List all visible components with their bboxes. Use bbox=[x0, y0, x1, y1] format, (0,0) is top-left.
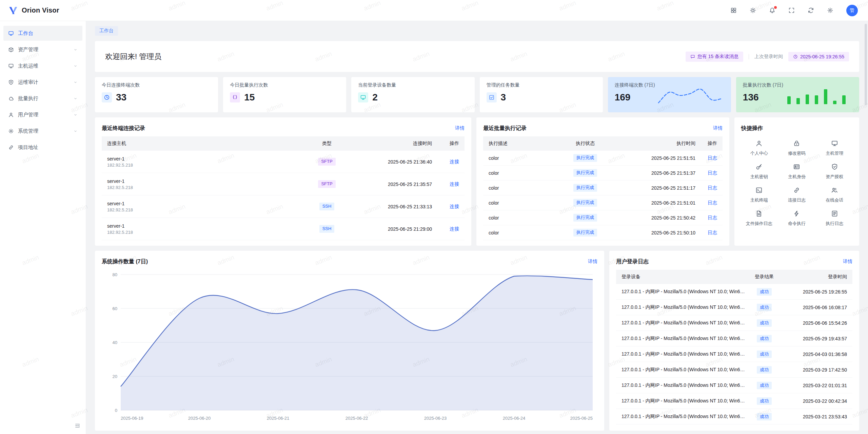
app-logo bbox=[8, 5, 18, 16]
sidebar-item-label: 批量执行 bbox=[18, 95, 38, 102]
reload-icon bbox=[808, 7, 814, 14]
svg-text:40: 40 bbox=[113, 340, 117, 345]
batch-row: color 执行完成 2025-06-25 21:51:01 日志 bbox=[483, 195, 723, 210]
quick-action-host-identity[interactable]: 主机身份 bbox=[779, 163, 814, 180]
login-time: 2025-06-06 15:54:26 bbox=[783, 320, 852, 326]
connect-link[interactable]: 连接 bbox=[450, 226, 459, 231]
sidebar-item-audit[interactable]: 运维审计 bbox=[3, 75, 82, 90]
quick-action-connect-log[interactable]: 连接日志 bbox=[779, 187, 814, 203]
fullscreen-icon[interactable] bbox=[788, 7, 795, 14]
column-header: 连接主机 bbox=[102, 140, 307, 147]
log-link[interactable]: 日志 bbox=[708, 185, 717, 190]
log-link[interactable]: 日志 bbox=[708, 215, 717, 220]
scrollbar-thumb[interactable] bbox=[865, 24, 867, 105]
recent-terminal-panel: 最近终端连接记录 详情 连接主机 类型 连接时间 操作 bbox=[95, 117, 471, 246]
quick-action-change-password[interactable]: 修改密码 bbox=[779, 140, 814, 156]
stat-value: 169 bbox=[615, 92, 631, 103]
quick-action-host-terminal[interactable]: 主机终端 bbox=[741, 187, 777, 203]
login-device: 127.0.0.1 - 内网IP - Mozilla/5.0 (Windows … bbox=[616, 289, 746, 295]
refresh-icon[interactable] bbox=[808, 7, 814, 14]
sidebar-item-workbench[interactable]: 工作台 bbox=[3, 26, 82, 41]
log-link[interactable]: 日志 bbox=[708, 155, 717, 161]
login-device: 127.0.0.1 - 内网IP - Mozilla/5.0 (Windows … bbox=[616, 382, 746, 389]
system-operations-area-chart: 0204060802025-06-192025-06-202025-06-212… bbox=[102, 270, 597, 423]
stat-title: 今日批量执行次数 bbox=[230, 82, 339, 88]
log-link[interactable]: 日志 bbox=[708, 170, 717, 175]
notifications-bell[interactable] bbox=[769, 7, 775, 14]
table-header: 连接主机 类型 连接时间 操作 bbox=[102, 136, 465, 151]
sidebar-collapse-button[interactable] bbox=[75, 423, 80, 429]
login-time: 2025-06-25 19:26:55 bbox=[783, 289, 852, 295]
quick-action-command-exec[interactable]: 命令执行 bbox=[779, 210, 814, 227]
unread-messages-badge[interactable]: 您有 15 条未读消息 bbox=[686, 52, 743, 62]
connect-link[interactable]: 连接 bbox=[450, 181, 459, 187]
quick-actions-panel: 快捷操作 个人中心 修改密码 主机管理 主机密钥 主机身份 资产授权 主机终端 … bbox=[734, 117, 859, 246]
exec-status-tag: 执行完成 bbox=[573, 154, 597, 162]
clock-icon bbox=[793, 54, 798, 59]
quick-action-asset-auth[interactable]: 资产授权 bbox=[817, 163, 852, 180]
column-header: 操作 bbox=[695, 140, 723, 147]
login-result-tag: 成功 bbox=[757, 335, 772, 342]
detail-link[interactable]: 详情 bbox=[843, 259, 852, 265]
sidebar-item-users[interactable]: 用户管理 bbox=[3, 107, 82, 122]
monitor-icon bbox=[831, 140, 838, 147]
unread-messages-text: 您有 15 条未读消息 bbox=[697, 54, 738, 60]
host-ip: 182.92.5.218 bbox=[107, 207, 307, 212]
login-row: 127.0.0.1 - 内网IP - Mozilla/5.0 (Windows … bbox=[616, 284, 852, 300]
batch-row: color 执行完成 2025-06-25 21:50:42 日志 bbox=[483, 210, 723, 225]
user-login-log-panel: 用户登录日志 详情 登录设备 登录结果 登录时间 127.0.0.1 - 内网I… bbox=[609, 251, 859, 431]
quick-action-exec-log[interactable]: 执行日志 bbox=[817, 210, 852, 227]
apps-icon[interactable] bbox=[730, 7, 737, 14]
user-icon bbox=[8, 112, 14, 118]
chevron-down-icon bbox=[73, 80, 78, 84]
host-ip: 182.92.5.218 bbox=[107, 163, 307, 168]
quick-action-label: 执行日志 bbox=[826, 221, 843, 227]
terminal-icon bbox=[755, 187, 763, 194]
shield-icon bbox=[8, 79, 14, 85]
user-avatar[interactable]: 管 bbox=[846, 5, 858, 16]
connect-time: 2025-06-25 21:33:13 bbox=[347, 204, 432, 209]
stat-card-batch-today: 今日批量执行次数 15 bbox=[223, 77, 346, 112]
quick-action-personal-center[interactable]: 个人中心 bbox=[741, 140, 777, 156]
terminal-row: server-1 182.92.5.218 SFTP 2025-06-25 21… bbox=[102, 173, 465, 195]
batch-row: color 执行完成 2025-06-25 21:50:10 日志 bbox=[483, 225, 723, 240]
login-time: 2025-03-22 01:01:31 bbox=[783, 383, 852, 388]
detail-link[interactable]: 详情 bbox=[455, 125, 465, 131]
connect-link[interactable]: 连接 bbox=[450, 159, 459, 164]
breadcrumb-item-workbench[interactable]: 工作台 bbox=[95, 26, 118, 36]
quick-action-file-log[interactable]: 文件操作日志 bbox=[741, 210, 777, 227]
column-header: 执行状态 bbox=[560, 140, 611, 147]
login-row: 127.0.0.1 - 内网IP - Mozilla/5.0 (Windows … bbox=[616, 346, 852, 362]
sidebar-item-system[interactable]: 系统管理 bbox=[3, 124, 82, 138]
login-result-tag: 成功 bbox=[757, 351, 772, 358]
log-link[interactable]: 日志 bbox=[708, 230, 717, 235]
theme-toggle-icon[interactable] bbox=[750, 7, 756, 14]
login-result-tag: 成功 bbox=[757, 366, 772, 374]
quick-action-online-session[interactable]: 在线会话 bbox=[817, 187, 852, 203]
settings-gear-icon[interactable] bbox=[827, 7, 833, 14]
connect-link[interactable]: 连接 bbox=[450, 204, 459, 209]
exec-time: 2025-06-25 21:51:17 bbox=[611, 185, 695, 191]
sidebar-item-host-ops[interactable]: 主机运维 bbox=[3, 58, 82, 73]
column-header: 类型 bbox=[307, 140, 347, 147]
detail-link[interactable]: 详情 bbox=[713, 125, 723, 131]
detail-link[interactable]: 详情 bbox=[588, 259, 597, 265]
sidebar-item-assets[interactable]: 资产管理 bbox=[3, 42, 82, 57]
quick-action-host-manage[interactable]: 主机管理 bbox=[817, 140, 852, 156]
monitor-icon bbox=[358, 92, 368, 102]
quick-action-label: 主机管理 bbox=[826, 150, 843, 156]
quick-action-host-key[interactable]: 主机密钥 bbox=[741, 163, 777, 180]
last-login-label: 上次登录时间 bbox=[754, 54, 783, 60]
exec-status-tag: 执行完成 bbox=[573, 214, 597, 221]
exec-status-tag: 执行完成 bbox=[573, 169, 597, 176]
login-time: 2025-03-21 23:53:43 bbox=[783, 414, 852, 419]
svg-text:2025-06-21: 2025-06-21 bbox=[267, 416, 290, 421]
log-link[interactable]: 日志 bbox=[708, 200, 717, 205]
panel-title: 系统操作数量 (7日) bbox=[102, 258, 148, 265]
sidebar-item-batch-exec[interactable]: 批量执行 bbox=[3, 91, 82, 106]
terminal-row: server-1 182.92.5.218 SFTP 2025-06-25 21… bbox=[102, 151, 465, 173]
sidebar-item-project-link[interactable]: 项目地址 bbox=[3, 140, 82, 155]
login-row: 127.0.0.1 - 内网IP - Mozilla/5.0 (Windows … bbox=[616, 331, 852, 346]
sidebar-item-label: 用户管理 bbox=[18, 112, 38, 118]
quick-action-label: 个人中心 bbox=[750, 150, 768, 156]
